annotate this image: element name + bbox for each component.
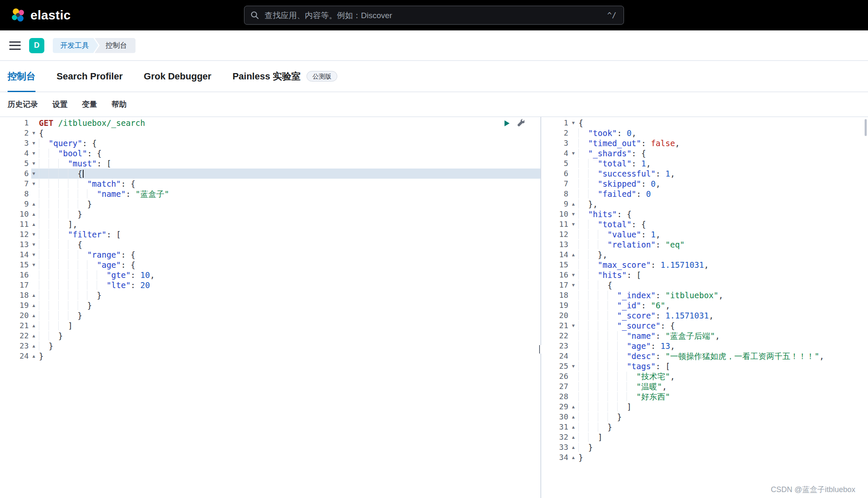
code-line[interactable]: 20▴ } (0, 310, 540, 321)
fold-toggle-icon[interactable]: ▴ (29, 219, 39, 229)
code-line[interactable]: 6 "successful": 1, (541, 169, 868, 179)
code-line[interactable]: 18 "_index": "itbluebox", (541, 290, 868, 300)
fold-toggle-icon[interactable]: ▴ (568, 432, 578, 442)
tab-painless-lab[interactable]: Painless 实验室 公测版 (233, 61, 337, 92)
elastic-logo[interactable]: elastic (11, 8, 71, 22)
code-line[interactable]: 2 "took": 0, (541, 128, 868, 138)
fold-toggle-icon[interactable]: ▾ (29, 148, 39, 158)
code-line[interactable]: 11▴ ], (0, 219, 540, 229)
fold-toggle-icon[interactable]: ▴ (568, 199, 578, 209)
code-line[interactable]: 5▾ "must": [ (0, 158, 540, 169)
fold-toggle-icon[interactable]: ▴ (29, 199, 39, 209)
code-line[interactable]: 22▴ } (0, 331, 540, 341)
code-line[interactable]: 30▴ } (541, 412, 868, 422)
code-line[interactable]: 9▴ } (0, 199, 540, 209)
menu-settings[interactable]: 设置 (52, 99, 68, 109)
fold-toggle-icon[interactable]: ▴ (29, 351, 39, 361)
fold-toggle-icon[interactable]: ▾ (29, 239, 39, 250)
menu-help[interactable]: 帮助 (111, 99, 127, 109)
code-line[interactable]: 19▴ } (0, 300, 540, 310)
fold-toggle-icon[interactable]: ▴ (29, 310, 39, 321)
fold-toggle-icon[interactable]: ▾ (29, 250, 39, 260)
code-line[interactable]: 2▾{ (0, 128, 540, 138)
code-line[interactable]: 28 "好东西" (541, 392, 868, 402)
fold-toggle-icon[interactable]: ▴ (29, 331, 39, 341)
response-viewer[interactable]: 1▾{2 "took": 0,3 "timed_out": false,4▾ "… (541, 117, 868, 463)
fold-toggle-icon[interactable]: ▾ (568, 321, 578, 331)
code-line[interactable]: 24▴} (0, 351, 540, 361)
code-line[interactable]: 14▴ }, (541, 250, 868, 260)
menu-toggle-icon[interactable] (9, 41, 21, 50)
code-line[interactable]: 9▴ }, (541, 199, 868, 209)
fold-toggle-icon[interactable]: ▾ (568, 280, 578, 290)
code-line[interactable]: 7 "skipped": 0, (541, 179, 868, 189)
code-line[interactable]: 17▾ { (541, 280, 868, 290)
fold-toggle-icon[interactable]: ▾ (29, 128, 39, 138)
code-line[interactable]: 22 "name": "蓝盒子后端", (541, 331, 868, 341)
menu-variables[interactable]: 变量 (82, 99, 97, 109)
code-line[interactable]: 8 "name": "蓝盒子" (0, 189, 540, 199)
code-line[interactable]: 3▾ "query": { (0, 138, 540, 148)
code-line[interactable]: 27 "温暖", (541, 381, 868, 392)
code-line[interactable]: 4▾ "bool": { (0, 148, 540, 158)
fold-toggle-icon[interactable]: ▾ (568, 209, 578, 219)
code-line[interactable]: 21▴ ] (0, 321, 540, 331)
code-line[interactable]: 34▴} (541, 452, 868, 463)
code-line[interactable]: 1▾{ (541, 118, 868, 128)
code-line[interactable]: 8 "failed": 0 (541, 189, 868, 199)
fold-toggle-icon[interactable]: ▴ (29, 341, 39, 351)
code-line[interactable]: 23 "age": 13, (541, 341, 868, 351)
code-line[interactable]: 15▾ "age": { (0, 260, 540, 270)
code-line[interactable]: 15 "max_score": 1.1571031, (541, 260, 868, 270)
tab-search-profiler[interactable]: Search Profiler (57, 61, 123, 92)
fold-toggle-icon[interactable]: ▾ (568, 148, 578, 158)
fold-toggle-icon[interactable]: ▾ (568, 219, 578, 229)
fold-toggle-icon[interactable]: ▾ (568, 118, 578, 128)
fold-toggle-icon[interactable]: ▴ (568, 412, 578, 422)
fold-toggle-icon[interactable]: ▴ (29, 290, 39, 300)
code-line[interactable]: 12▾ "filter": [ (0, 229, 540, 239)
fold-toggle-icon[interactable]: ▾ (29, 158, 39, 169)
code-line[interactable]: 5 "total": 1, (541, 158, 868, 169)
global-search-input[interactable] (244, 6, 624, 25)
code-line[interactable]: 13 "relation": "eq" (541, 239, 868, 250)
code-line[interactable]: 10▴ } (0, 209, 540, 219)
scrollbar-thumb[interactable] (865, 119, 867, 136)
code-line[interactable]: 32▴ ] (541, 432, 868, 442)
code-line[interactable]: 6▾ { (0, 169, 540, 179)
fold-toggle-icon[interactable]: ▾ (568, 270, 578, 280)
fold-toggle-icon[interactable]: ▾ (29, 179, 39, 189)
code-line[interactable]: 21▾ "_source": { (541, 321, 868, 331)
request-editor[interactable]: 1GET /itbluebox/_search2▾{3▾ "query": {4… (0, 117, 540, 361)
fold-toggle-icon[interactable]: ▾ (29, 229, 39, 239)
code-line[interactable]: 16 "gte": 10, (0, 270, 540, 280)
fold-toggle-icon[interactable]: ▴ (568, 250, 578, 260)
fold-toggle-icon[interactable]: ▾ (568, 361, 578, 371)
wrench-icon[interactable] (517, 119, 526, 128)
fold-toggle-icon[interactable]: ▴ (29, 300, 39, 310)
fold-toggle-icon[interactable]: ▴ (568, 452, 578, 463)
space-avatar[interactable]: D (29, 38, 44, 53)
menu-history[interactable]: 历史记录 (8, 99, 38, 109)
code-line[interactable]: 17 "lte": 20 (0, 280, 540, 290)
fold-toggle-icon[interactable]: ▴ (568, 422, 578, 432)
breadcrumb-dev-tools[interactable]: 开发工具 (53, 38, 98, 53)
code-line[interactable]: 1GET /itbluebox/_search (0, 118, 540, 128)
fold-toggle-icon[interactable]: ▴ (568, 442, 578, 452)
fold-toggle-icon[interactable]: ▴ (29, 321, 39, 331)
fold-toggle-icon[interactable]: ▾ (29, 169, 39, 179)
code-line[interactable]: 20 "_score": 1.1571031, (541, 310, 868, 321)
code-line[interactable]: 29▴ ] (541, 402, 868, 412)
code-line[interactable]: 4▾ "_shards": { (541, 148, 868, 158)
send-request-button[interactable] (502, 119, 511, 128)
code-line[interactable]: 3 "timed_out": false, (541, 138, 868, 148)
code-line[interactable]: 11▾ "total": { (541, 219, 868, 229)
tab-console[interactable]: 控制台 (8, 61, 35, 92)
code-line[interactable]: 18▴ } (0, 290, 540, 300)
fold-toggle-icon[interactable]: ▴ (29, 209, 39, 219)
code-line[interactable]: 24 "desc": "一顿操作猛如虎，一看工资两千五！！！", (541, 351, 868, 361)
code-line[interactable]: 7▾ "match": { (0, 179, 540, 189)
fold-toggle-icon[interactable]: ▴ (568, 402, 578, 412)
code-line[interactable]: 10▾ "hits": { (541, 209, 868, 219)
code-line[interactable]: 16▾ "hits": [ (541, 270, 868, 280)
